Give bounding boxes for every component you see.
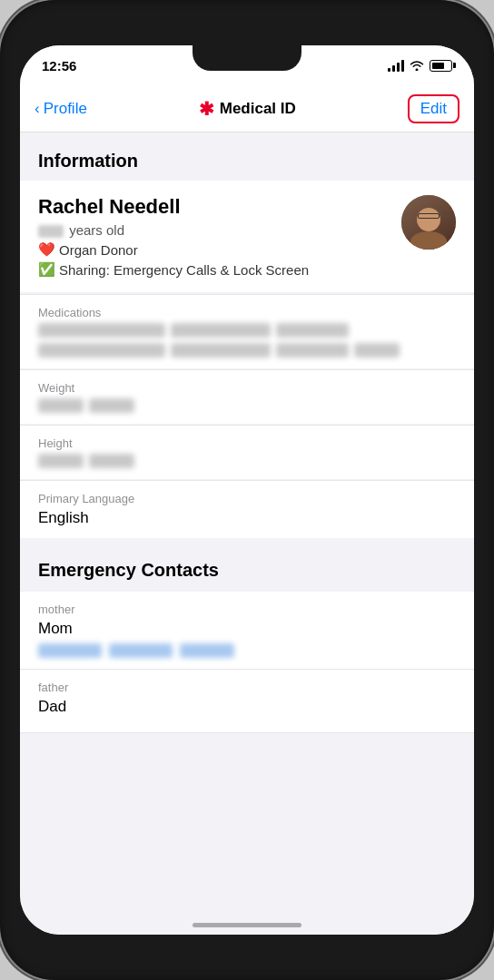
- height-blur-2: [89, 454, 134, 468]
- blur-block-2: [171, 323, 271, 338]
- contact-card-father: father Dad: [20, 670, 474, 733]
- phone-frame: 12:56 ‹ Profile: [0, 0, 494, 980]
- information-section-header: Information: [20, 132, 474, 181]
- checkmark-icon: ✅: [38, 261, 55, 278]
- avatar-body: [410, 231, 447, 250]
- profile-sharing: ✅ Sharing: Emergency Calls & Lock Screen: [38, 261, 401, 278]
- status-time: 12:56: [42, 58, 76, 74]
- profile-card: Rachel Needell years old ❤️ Organ Donor …: [20, 181, 474, 292]
- back-button[interactable]: ‹ Profile: [35, 100, 87, 118]
- status-icons: [388, 59, 452, 72]
- phone-blur-2: [109, 643, 173, 658]
- edit-button[interactable]: Edit: [420, 100, 447, 117]
- content-area: Information Rachel Needell years old ❤️ …: [20, 132, 474, 935]
- nav-title: ✱ Medical ID: [199, 98, 296, 120]
- nav-bar: ‹ Profile ✱ Medical ID Edit: [20, 85, 474, 132]
- contact-phone-mother: [38, 643, 456, 658]
- language-label: Primary Language: [38, 492, 456, 505]
- blur-block-7: [354, 343, 400, 358]
- weight-value: [38, 398, 456, 413]
- language-value: English: [38, 509, 456, 527]
- avatar-image: [401, 195, 456, 250]
- height-field: Height: [20, 426, 474, 479]
- wifi-icon: [410, 60, 424, 71]
- contact-relation-father: father: [38, 681, 456, 694]
- avatar-glasses: [418, 213, 440, 219]
- back-label: Profile: [44, 100, 87, 118]
- weight-blur-2: [89, 398, 134, 413]
- chevron-left-icon: ‹: [35, 100, 40, 118]
- blur-block-6: [276, 343, 349, 358]
- edit-button-wrapper: Edit: [408, 94, 459, 123]
- profile-name: Rachel Needell: [38, 195, 401, 219]
- phone-blur-1: [38, 643, 102, 658]
- weight-label: Weight: [38, 381, 456, 395]
- blur-block-1: [38, 323, 165, 338]
- medications-section: Medications: [20, 294, 474, 368]
- height-blur-1: [38, 454, 84, 468]
- language-section: Primary Language English: [20, 480, 474, 538]
- age-blur: [38, 225, 64, 238]
- contact-name-mother: Mom: [38, 620, 456, 638]
- medications-label: Medications: [38, 306, 456, 319]
- organ-donor-text: Organ Donor: [59, 242, 138, 258]
- notch: [193, 45, 301, 71]
- profile-organ: ❤️ Organ Donor: [38, 241, 401, 258]
- blur-block-3: [276, 323, 349, 338]
- sharing-text: Sharing: Emergency Calls & Lock Screen: [59, 262, 309, 278]
- page-title: Medical ID: [220, 100, 296, 118]
- height-section: Height: [20, 425, 474, 479]
- height-value: [38, 454, 456, 468]
- profile-row: Rachel Needell years old ❤️ Organ Donor …: [38, 195, 456, 278]
- weight-field: Weight: [20, 370, 474, 424]
- bottom-padding: [20, 733, 474, 788]
- phone-blur-3: [180, 643, 234, 658]
- heart-icon: ❤️: [38, 241, 55, 258]
- weight-blur-1: [38, 398, 84, 413]
- contact-relation-mother: mother: [38, 603, 456, 616]
- profile-info: Rachel Needell years old ❤️ Organ Donor …: [38, 195, 401, 278]
- emergency-contacts-header: Emergency Contacts: [20, 545, 474, 592]
- avatar-face: [417, 208, 440, 231]
- blur-block-5: [171, 343, 271, 358]
- age-text: years old: [69, 222, 124, 238]
- phone-screen: 12:56 ‹ Profile: [20, 45, 474, 935]
- language-field: Primary Language English: [20, 481, 474, 538]
- signal-icon: [388, 59, 404, 72]
- contact-name-father: Dad: [38, 698, 456, 716]
- height-label: Height: [38, 436, 456, 450]
- medical-asterisk-icon: ✱: [199, 98, 214, 120]
- home-indicator: [193, 923, 301, 927]
- medications-value: [38, 323, 456, 358]
- contact-card-mother: mother Mom: [20, 592, 474, 670]
- weight-section: Weight: [20, 369, 474, 424]
- medications-field: Medications: [20, 295, 474, 368]
- avatar: [401, 195, 456, 250]
- battery-icon: [430, 60, 452, 72]
- blur-block-4: [38, 343, 165, 358]
- profile-age: years old: [38, 222, 401, 238]
